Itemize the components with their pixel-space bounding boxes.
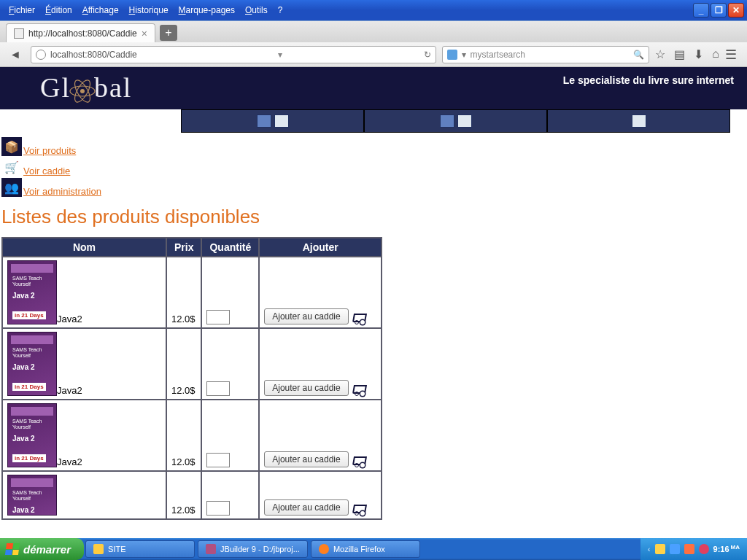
nav-toolbar: ◄ localhost:8080/Caddie ▾ ↻ ▾ mystartsea… xyxy=(0,42,747,67)
task-label: Mozilla Firefox xyxy=(333,545,385,553)
menu-history[interactable]: Historique xyxy=(129,5,169,15)
link-voir-produits[interactable]: Voir produits xyxy=(23,145,76,156)
task-jbuilder[interactable]: JBuilder 9 - D:/jbproj... xyxy=(198,540,308,558)
bookmark-star-icon[interactable]: ☆ xyxy=(655,47,665,61)
menu-tools[interactable]: Outils xyxy=(245,5,268,15)
subnav-item-2[interactable] xyxy=(364,109,547,133)
quantity-input[interactable] xyxy=(206,310,230,324)
quantity-input[interactable] xyxy=(206,381,230,396)
reload-icon[interactable]: ↻ xyxy=(424,50,431,60)
book-sams: SAMS Teach Yourself xyxy=(12,419,56,429)
menu-view[interactable]: Affichage xyxy=(82,5,119,15)
task-firefox[interactable]: Mozilla Firefox xyxy=(311,540,420,558)
quantity-input[interactable] xyxy=(206,501,230,516)
window-close-button[interactable]: ✕ xyxy=(728,3,744,18)
task-site[interactable]: SITE xyxy=(85,540,195,558)
people-icon: 👥 xyxy=(1,178,22,197)
book-cover-icon: SAMS Teach Yourself xyxy=(7,475,57,516)
svg-point-3 xyxy=(80,89,85,93)
product-price: 12.0$ xyxy=(166,471,201,519)
search-dropdown-icon[interactable]: ▾ xyxy=(462,50,466,60)
menu-file[interactable]: Fichier xyxy=(9,5,35,15)
quantity-input[interactable] xyxy=(206,453,230,467)
task-icon xyxy=(93,544,104,554)
clock-time: 9:16 xyxy=(713,545,729,553)
start-button[interactable]: démarrer xyxy=(0,538,84,560)
subnav-icon xyxy=(440,114,454,128)
book-badge: in 21 Days xyxy=(12,454,46,462)
products-table: Nom Prix Quantité Ajouter SAMS Teach You… xyxy=(1,237,382,520)
link-voir-caddie[interactable]: Voir caddie xyxy=(23,166,70,176)
hamburger-menu-icon[interactable]: ☰ xyxy=(725,47,741,63)
reading-list-icon[interactable]: ▤ xyxy=(674,47,685,61)
window-minimize-button[interactable]: _ xyxy=(693,3,709,18)
book-badge: in 21 Days xyxy=(12,383,46,391)
product-name: Java2 xyxy=(57,385,82,396)
search-bar[interactable]: ▾ mystartsearch 🔍 xyxy=(442,46,650,63)
subnav-icon xyxy=(257,114,271,128)
add-to-cart-button[interactable]: Ajouter au caddie xyxy=(264,499,348,516)
menu-help[interactable]: ? xyxy=(278,5,283,15)
dropdown-icon[interactable]: ▾ xyxy=(278,50,282,60)
product-name: Java2 xyxy=(57,314,82,324)
menu-edit[interactable]: Édition xyxy=(45,5,72,15)
task-icon xyxy=(206,544,216,554)
menu-bookmarks[interactable]: Marque-pages xyxy=(179,5,235,15)
site-logo: Glbal xyxy=(0,71,132,104)
search-icon[interactable]: 🔍 xyxy=(633,50,644,60)
logo-left: Gl xyxy=(40,72,71,103)
site-banner: Glbal Le specialiste du livre sure inter… xyxy=(0,67,747,109)
table-row: SAMS Teach Yourselfin 21 DaysJava2 12.0$… xyxy=(2,257,382,328)
tray-alert-icon[interactable] xyxy=(699,544,709,554)
system-tray: ‹ 9:16MA xyxy=(640,538,747,560)
table-row: SAMS Teach Yourselfin 21 DaysJava2 12.0$… xyxy=(2,328,382,400)
col-add: Ajouter xyxy=(259,238,382,257)
downloads-icon[interactable]: ⬇ xyxy=(694,47,703,61)
tab-strip: http://localhost:8080/Caddie × + xyxy=(0,20,747,42)
subnav-item-1[interactable] xyxy=(181,109,364,133)
tray-app-icon[interactable] xyxy=(684,544,694,554)
add-to-cart-button[interactable]: Ajouter au caddie xyxy=(264,380,348,396)
tray-shield-icon[interactable] xyxy=(655,544,665,554)
add-to-cart-button[interactable]: Ajouter au caddie xyxy=(264,451,348,467)
page-title: Listes des produits disponibles xyxy=(1,206,747,228)
logo-right: bal xyxy=(94,72,132,103)
task-label: SITE xyxy=(108,545,125,553)
app-menu: Fichier Édition Affichage Historique Mar… xyxy=(3,5,282,15)
tray-display-icon[interactable] xyxy=(670,544,680,554)
tab-close-icon[interactable]: × xyxy=(142,28,147,39)
product-price: 12.0$ xyxy=(166,257,201,328)
col-nom: Nom xyxy=(2,238,166,257)
cart-mini-icon xyxy=(352,382,368,395)
window-titlebar: Fichier Édition Affichage Historique Mar… xyxy=(0,0,747,20)
browser-tab[interactable]: http://localhost:8080/Caddie × xyxy=(6,23,155,42)
search-provider-icon xyxy=(447,50,457,60)
cart-mini-icon xyxy=(352,311,368,324)
window-maximize-button[interactable]: ❐ xyxy=(711,3,727,18)
task-label: JBuilder 9 - D:/jbproj... xyxy=(220,545,300,553)
link-voir-admin[interactable]: Voir administration xyxy=(23,186,101,197)
table-row: SAMS Teach Yourself 12.0$ Ajouter au cad… xyxy=(2,471,382,519)
taskbar: démarrer SITE JBuilder 9 - D:/jbproj... … xyxy=(0,538,747,560)
firefox-icon xyxy=(319,544,329,554)
cart-icon: 🛒 xyxy=(1,158,22,176)
site-tagline: Le specialiste du livre sure internet xyxy=(563,74,734,86)
add-to-cart-button[interactable]: Ajouter au caddie xyxy=(264,308,348,324)
tray-chevron-icon[interactable]: ‹ xyxy=(648,545,651,553)
subnav-icon xyxy=(457,114,472,128)
product-name: Java2 xyxy=(57,456,82,467)
search-placeholder: mystartsearch xyxy=(471,50,525,60)
table-row: SAMS Teach Yourselfin 21 DaysJava2 12.0$… xyxy=(2,400,382,471)
start-label: démarrer xyxy=(23,543,71,556)
back-button[interactable]: ◄ xyxy=(6,45,25,64)
subnav-item-3[interactable] xyxy=(547,109,730,133)
url-bar[interactable]: localhost:8080/Caddie ▾ ↻ xyxy=(31,46,436,63)
cart-mini-icon xyxy=(352,502,368,515)
clock-suffix: MA xyxy=(731,544,740,551)
book-sams: SAMS Teach Yourself xyxy=(12,276,56,287)
book-sams: SAMS Teach Yourself xyxy=(12,347,56,358)
new-tab-button[interactable]: + xyxy=(160,25,177,41)
clock[interactable]: 9:16MA xyxy=(713,545,740,553)
page-favicon-icon xyxy=(14,28,24,39)
home-icon[interactable]: ⌂ xyxy=(712,47,719,61)
